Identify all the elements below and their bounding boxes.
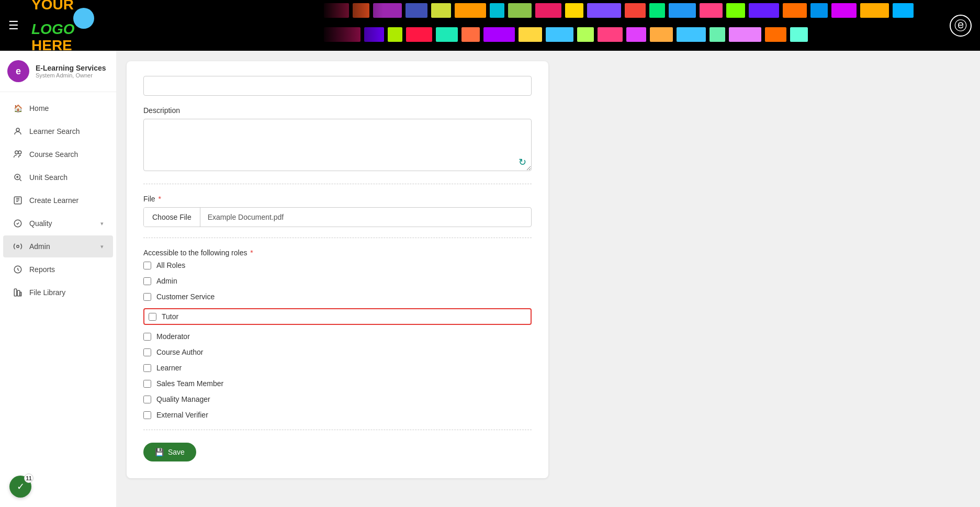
avatar: e bbox=[7, 60, 29, 82]
form-card: Description ↻ File * Choose File Example… bbox=[127, 61, 548, 478]
role-tutor[interactable]: Tutor bbox=[143, 308, 532, 325]
banner-blocks bbox=[321, 0, 949, 51]
role-admin-checkbox[interactable] bbox=[143, 277, 151, 285]
learner-search-icon bbox=[13, 126, 23, 137]
user-icon[interactable]: ⓔ bbox=[950, 15, 972, 37]
role-quality-manager-label: Quality Manager bbox=[156, 395, 210, 403]
sidebar-profile: e E-Learning Services System Admin, Owne… bbox=[0, 51, 116, 92]
description-section: Description ↻ bbox=[143, 106, 532, 173]
choose-file-button[interactable]: Choose File bbox=[144, 208, 200, 227]
description-textarea[interactable] bbox=[143, 119, 532, 171]
svg-rect-8 bbox=[14, 289, 17, 296]
roles-required-star: * bbox=[248, 249, 253, 257]
role-external-verifier-checkbox[interactable] bbox=[143, 411, 151, 419]
role-all-roles[interactable]: All Roles bbox=[143, 261, 532, 269]
sidebar-item-label: Admin bbox=[29, 242, 50, 251]
roles-label: Accessible to the following roles * bbox=[143, 249, 532, 257]
role-moderator-checkbox[interactable] bbox=[143, 333, 151, 341]
sidebar-item-reports[interactable]: Reports bbox=[3, 258, 113, 280]
textarea-refresh-icon[interactable]: ↻ bbox=[519, 156, 526, 168]
quality-icon bbox=[13, 218, 23, 229]
file-section: File * Choose File Example Document.pdf bbox=[143, 195, 532, 227]
sidebar-item-file-library[interactable]: File Library bbox=[3, 281, 113, 303]
sidebar-item-label: Learner Search bbox=[29, 127, 80, 136]
role-all-roles-label: All Roles bbox=[156, 261, 185, 269]
sidebar-item-home[interactable]: 🏠 Home bbox=[3, 97, 113, 119]
profile-info: E-Learning Services System Admin, Owner bbox=[36, 64, 106, 78]
sidebar-item-learner-search[interactable]: Learner Search bbox=[3, 120, 113, 142]
sidebar-item-label: Home bbox=[29, 104, 49, 112]
sidebar-item-label: Unit Search bbox=[29, 173, 67, 182]
description-label: Description bbox=[143, 106, 532, 115]
svg-point-0 bbox=[16, 128, 19, 131]
sidebar-item-label: Reports bbox=[29, 265, 55, 274]
svg-point-6 bbox=[17, 245, 19, 248]
logo-here: HERE bbox=[31, 37, 72, 51]
role-customer-service[interactable]: Customer Service bbox=[143, 292, 532, 301]
sidebar-item-create-learner[interactable]: Create Learner bbox=[3, 189, 113, 211]
save-button[interactable]: 💾 Save bbox=[143, 443, 196, 461]
divider-2 bbox=[143, 238, 532, 238]
main-content: Description ↻ File * Choose File Example… bbox=[116, 51, 559, 507]
role-learner-checkbox[interactable] bbox=[143, 364, 151, 372]
role-course-author-checkbox[interactable] bbox=[143, 348, 151, 356]
header-banner bbox=[321, 0, 949, 51]
logo-circle-decoration bbox=[73, 8, 94, 29]
role-quality-manager-checkbox[interactable] bbox=[143, 396, 151, 403]
admin-dropdown-icon: ▾ bbox=[100, 243, 104, 250]
sidebar-item-label: Quality bbox=[29, 219, 52, 228]
role-customer-service-label: Customer Service bbox=[156, 292, 215, 301]
file-library-icon bbox=[13, 287, 23, 298]
sidebar-item-unit-search[interactable]: Unit Search bbox=[3, 166, 113, 188]
roles-section: Accessible to the following roles * All … bbox=[143, 249, 532, 419]
app-logo: YOUR LOGO HERE bbox=[31, 0, 99, 51]
sidebar-item-admin[interactable]: Admin ▾ bbox=[3, 235, 113, 257]
role-learner[interactable]: Learner bbox=[143, 364, 532, 372]
profile-name: E-Learning Services bbox=[36, 64, 106, 72]
role-sales-team-member-checkbox[interactable] bbox=[143, 380, 151, 388]
role-learner-label: Learner bbox=[156, 364, 182, 372]
sidebar-item-label: Course Search bbox=[29, 150, 78, 159]
role-quality-manager[interactable]: Quality Manager bbox=[143, 395, 532, 403]
roles-checkbox-group: All Roles Admin Customer Service Tutor bbox=[143, 261, 532, 419]
divider-1 bbox=[143, 184, 532, 184]
role-admin[interactable]: Admin bbox=[143, 277, 532, 285]
file-required-star: * bbox=[156, 195, 161, 203]
svg-rect-10 bbox=[20, 292, 21, 296]
file-label: File * bbox=[143, 195, 532, 203]
sidebar-item-label: File Library bbox=[29, 288, 65, 297]
reports-icon bbox=[13, 264, 23, 275]
file-input-group: Choose File Example Document.pdf bbox=[143, 207, 532, 227]
top-input-field[interactable] bbox=[143, 76, 532, 96]
profile-role: System Admin, Owner bbox=[36, 72, 106, 78]
role-admin-label: Admin bbox=[156, 277, 177, 285]
sidebar-item-course-search[interactable]: Course Search bbox=[3, 143, 113, 165]
role-customer-service-checkbox[interactable] bbox=[143, 293, 151, 301]
svg-point-2 bbox=[18, 151, 21, 154]
sidebar-item-quality[interactable]: Quality ▾ bbox=[3, 212, 113, 234]
menu-icon[interactable]: ☰ bbox=[8, 19, 19, 32]
role-external-verifier-label: External Verifier bbox=[156, 411, 208, 419]
role-external-verifier[interactable]: External Verifier bbox=[143, 411, 532, 419]
quality-dropdown-icon: ▾ bbox=[100, 220, 104, 227]
role-sales-team-member[interactable]: Sales Team Member bbox=[143, 379, 532, 388]
save-icon: 💾 bbox=[155, 448, 164, 456]
role-all-roles-checkbox[interactable] bbox=[143, 262, 151, 269]
home-icon: 🏠 bbox=[13, 103, 23, 114]
role-moderator[interactable]: Moderator bbox=[143, 332, 532, 341]
logo-logo: LOGO bbox=[31, 21, 74, 37]
svg-rect-9 bbox=[17, 290, 20, 296]
role-moderator-label: Moderator bbox=[156, 332, 190, 341]
top-input-section bbox=[143, 76, 532, 96]
course-search-icon bbox=[13, 149, 23, 160]
divider-3 bbox=[143, 430, 532, 430]
logo-your: YOUR bbox=[31, 0, 74, 13]
sidebar-item-label: Create Learner bbox=[29, 196, 78, 205]
right-panel bbox=[559, 51, 981, 507]
svg-point-1 bbox=[15, 151, 18, 154]
role-tutor-label: Tutor bbox=[162, 312, 178, 321]
role-sales-team-member-label: Sales Team Member bbox=[156, 379, 223, 388]
role-tutor-checkbox[interactable] bbox=[149, 313, 156, 321]
admin-icon bbox=[13, 241, 23, 252]
role-course-author[interactable]: Course Author bbox=[143, 348, 532, 356]
